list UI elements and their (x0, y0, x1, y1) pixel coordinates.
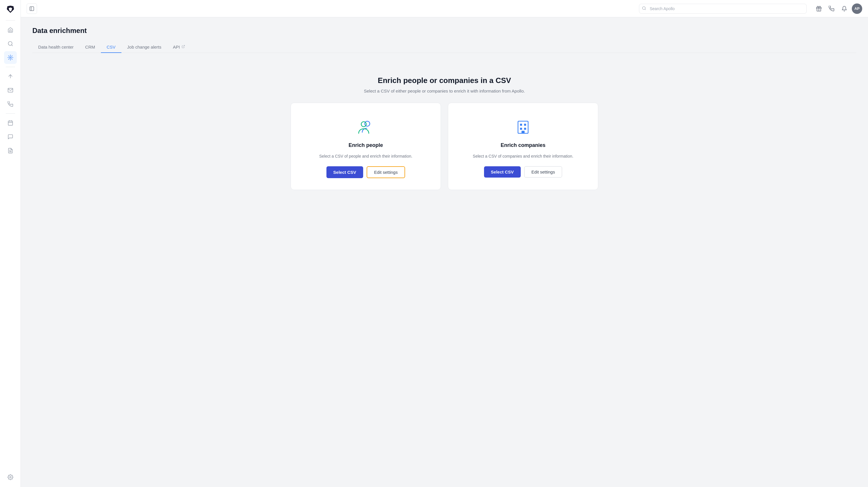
hero-section: Enrich people or companies in a CSV Sele… (32, 62, 857, 103)
svg-rect-19 (524, 124, 526, 126)
tab-api[interactable]: API (167, 42, 191, 53)
enrich-companies-desc: Select a CSV of companies and enrich the… (473, 153, 574, 159)
hero-subtitle: Select a CSV of either people or compani… (38, 89, 851, 93)
sidebar-item-enrichment[interactable] (4, 51, 17, 64)
enrich-people-actions: Select CSV Edit settings (327, 166, 405, 178)
enrich-people-select-csv-button[interactable]: Select CSV (327, 166, 363, 178)
svg-point-16 (361, 122, 366, 127)
sidebar-item-settings[interactable] (4, 471, 17, 484)
sidebar-toggle-button[interactable] (27, 3, 37, 14)
external-link-icon (182, 45, 185, 49)
cards-container: Enrich people Select a CSV of people and… (32, 103, 857, 190)
enrich-people-edit-settings-button[interactable]: Edit settings (367, 166, 405, 178)
enrich-companies-select-csv-button[interactable]: Select CSV (484, 166, 521, 178)
tab-job-change-alerts[interactable]: Job change alerts (121, 42, 167, 53)
page-title: Data enrichment (32, 27, 857, 35)
search-container (639, 4, 807, 13)
tab-data-health-center[interactable]: Data health center (32, 42, 80, 53)
search-input[interactable] (639, 4, 807, 13)
gift-icon-button[interactable] (814, 3, 824, 14)
people-icon (355, 117, 376, 138)
enrich-companies-card: Enrich companies Select a CSV of compani… (448, 103, 598, 190)
sidebar-logo[interactable] (5, 3, 16, 15)
sidebar-item-phone[interactable] (4, 98, 17, 111)
enrich-people-desc: Select a CSV of people and enrich their … (319, 153, 412, 159)
sidebar-item-sequences[interactable] (4, 70, 17, 83)
tab-crm[interactable]: CRM (80, 42, 101, 53)
svg-rect-3 (8, 121, 12, 125)
svg-line-14 (183, 45, 185, 47)
sidebar-item-calendar[interactable] (4, 117, 17, 129)
company-icon (513, 117, 533, 138)
svg-point-1 (9, 57, 11, 58)
sidebar-item-conversations[interactable] (4, 130, 17, 143)
tab-csv[interactable]: CSV (101, 42, 121, 53)
enrich-people-card: Enrich people Select a CSV of people and… (290, 103, 441, 190)
svg-point-11 (643, 6, 645, 9)
tabs: Data health center CRM CSV Job change al… (32, 42, 857, 53)
topbar-actions: AP (814, 3, 862, 14)
main-content: AP Data enrichment Data health center CR… (21, 0, 868, 487)
content-area: Data enrichment Data health center CRM C… (21, 17, 868, 487)
hero-title: Enrich people or companies in a CSV (38, 76, 851, 85)
sidebar-item-search[interactable] (4, 37, 17, 50)
svg-rect-22 (522, 131, 525, 133)
sidebar-item-email[interactable] (4, 84, 17, 97)
enrich-companies-edit-settings-button[interactable]: Edit settings (524, 166, 562, 178)
svg-point-9 (9, 477, 11, 478)
sidebar (0, 0, 21, 487)
svg-rect-20 (520, 128, 522, 130)
enrich-people-title: Enrich people (348, 142, 383, 148)
topbar: AP (21, 0, 868, 17)
sidebar-divider-3 (6, 113, 15, 114)
sidebar-item-reports[interactable] (4, 144, 17, 157)
svg-rect-10 (30, 7, 34, 11)
phone-icon-button[interactable] (826, 3, 837, 14)
sidebar-divider-1 (6, 20, 15, 21)
svg-rect-21 (524, 128, 526, 130)
enrich-companies-title: Enrich companies (500, 142, 545, 148)
enrich-companies-actions: Select CSV Edit settings (484, 166, 562, 178)
notification-icon-button[interactable] (839, 3, 849, 14)
sidebar-divider-2 (6, 67, 15, 67)
sidebar-item-home[interactable] (4, 24, 17, 36)
search-icon (642, 6, 646, 11)
svg-rect-18 (520, 124, 522, 126)
avatar[interactable]: AP (852, 3, 862, 14)
